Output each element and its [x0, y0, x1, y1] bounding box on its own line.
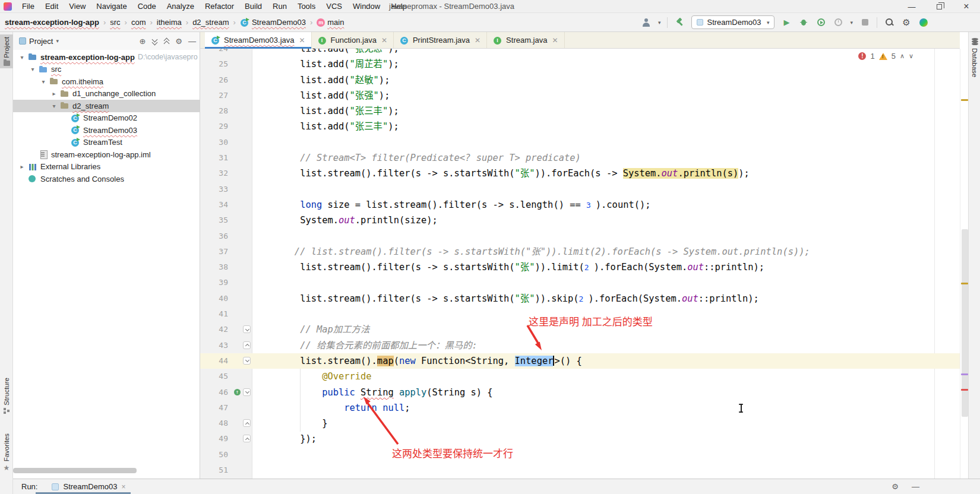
- user-dropdown-icon[interactable]: ▾: [658, 20, 661, 26]
- menu-tools[interactable]: Tools: [292, 1, 321, 12]
- expand-all-icon[interactable]: [151, 38, 157, 45]
- menu-vcs[interactable]: VCS: [321, 1, 347, 12]
- code-line-39[interactable]: 39: [200, 275, 960, 290]
- run-button[interactable]: ▶: [781, 17, 792, 28]
- tree-item-stream-exception-log-app[interactable]: ▾stream-exception-log-appD:\code\javasep…: [13, 51, 200, 64]
- tree-chevron-icon[interactable]: ▾: [51, 103, 57, 109]
- breadcrumb-item-src[interactable]: src: [110, 18, 120, 27]
- tool-button-project[interactable]: Project: [0, 34, 13, 68]
- code-line-46[interactable]: 46↑ public String apply(String s) {: [200, 385, 960, 400]
- tree-item-streamdemo03[interactable]: StreamDemo03: [13, 124, 200, 137]
- menu-code[interactable]: Code: [132, 1, 162, 12]
- panel-settings-gear-icon[interactable]: ⚙: [175, 37, 182, 46]
- collapse-all-icon[interactable]: [163, 38, 169, 45]
- ide-features-icon[interactable]: [918, 17, 929, 28]
- menu-file[interactable]: File: [17, 1, 40, 12]
- tree-item-external-libraries[interactable]: ▸External Libraries: [13, 161, 200, 173]
- stripe-mark[interactable]: [961, 283, 968, 284]
- menu-analyze[interactable]: Analyze: [162, 1, 200, 12]
- project-view-select[interactable]: Project ▾: [19, 37, 59, 46]
- user-icon[interactable]: [641, 17, 652, 28]
- tree-item-scratches-and-consoles[interactable]: Scratches and Consoles: [13, 173, 200, 185]
- code-line-45[interactable]: 45 @Override: [200, 369, 960, 384]
- fold-up-icon[interactable]: [243, 341, 251, 349]
- tree-item-d1-unchange-collection[interactable]: ▸d1_unchange_collection: [13, 88, 200, 100]
- debug-button[interactable]: [798, 17, 809, 28]
- tool-button-structure[interactable]: Structure: [0, 375, 13, 416]
- tree-item-streamdemo02[interactable]: StreamDemo02: [13, 112, 200, 125]
- hide-panel-icon[interactable]: —: [188, 37, 196, 46]
- tree-item-streamtest[interactable]: StreamTest: [13, 137, 200, 149]
- tab-function-java[interactable]: Function.java✕: [312, 32, 394, 48]
- minimize-icon[interactable]: —: [898, 0, 925, 13]
- build-hammer-icon[interactable]: [674, 17, 685, 28]
- profiler-button[interactable]: [833, 17, 843, 28]
- menu-navigate[interactable]: Navigate: [91, 1, 132, 12]
- breadcrumb-item-com[interactable]: com: [131, 18, 146, 27]
- code-line-48[interactable]: 48 }: [200, 416, 960, 431]
- code-line-35[interactable]: 35 System.out.println(size);: [200, 213, 960, 228]
- error-stripe[interactable]: [960, 49, 968, 479]
- code-line-31[interactable]: 31 // Stream<T> filter(Predicate<? super…: [200, 150, 960, 166]
- profiler-dropdown-icon[interactable]: ▾: [850, 20, 853, 26]
- locate-file-icon[interactable]: ⊕: [139, 37, 146, 46]
- breadcrumb-item-main[interactable]: mmain: [317, 18, 344, 27]
- tab-close-icon[interactable]: ✕: [552, 36, 558, 45]
- code-line-37[interactable]: 37 // list.stream().filter(s -> s.starts…: [200, 244, 960, 259]
- menu-refactor[interactable]: Refactor: [200, 1, 239, 12]
- code-line-25[interactable]: 25 list.add("周芷若");: [200, 56, 960, 72]
- tool-button-favorites[interactable]: Favorites ★: [0, 431, 13, 474]
- tree-chevron-icon[interactable]: ▸: [19, 163, 25, 170]
- code-line-51[interactable]: 51: [200, 463, 960, 478]
- menu-view[interactable]: View: [64, 1, 91, 12]
- tree-chevron-icon[interactable]: ▾: [30, 66, 36, 72]
- code-line-44[interactable]: 44 list.stream().map(new Function<String…: [200, 353, 960, 369]
- breadcrumb-item-d2_stream[interactable]: d2_stream: [192, 18, 229, 27]
- fold-down-icon[interactable]: [243, 357, 251, 365]
- tree-chevron-icon[interactable]: ▾: [19, 54, 25, 61]
- next-issue-icon[interactable]: ∨: [909, 52, 913, 60]
- fold-up-icon[interactable]: [243, 435, 251, 442]
- code-line-40[interactable]: 40 list.stream().filter(s -> s.startsWit…: [200, 291, 960, 306]
- settings-gear-icon[interactable]: ⚙: [901, 17, 912, 28]
- tree-item-stream-exception-log-app-iml[interactable]: stream-exception-log-app.iml: [13, 148, 200, 161]
- run-panel-hide-icon[interactable]: —: [912, 482, 919, 491]
- tab-streamdemo03-java[interactable]: StreamDemo03.java✕: [205, 32, 312, 48]
- code-line-43[interactable]: 43 // 给集合元素的前面都加上一个：黑马的:: [200, 338, 960, 353]
- breadcrumb-item-stream-exception-log-app[interactable]: stream-exception-log-app: [5, 18, 99, 27]
- code-line-24[interactable]: 24 list.add("张无忌");: [200, 49, 960, 56]
- overriding-method-icon[interactable]: ↑: [234, 389, 241, 395]
- tree-item-d2-stream[interactable]: ▾d2_stream: [13, 100, 200, 112]
- search-everywhere-icon[interactable]: [884, 17, 894, 28]
- run-tab-close-icon[interactable]: ×: [122, 483, 126, 491]
- run-configuration-select[interactable]: StreamDemo03 ▾: [691, 15, 774, 29]
- tree-item-src[interactable]: ▾src: [13, 64, 200, 76]
- code-line-33[interactable]: 33: [200, 182, 960, 197]
- code-viewport[interactable]: 24 list.add("张无忌");25 list.add("周芷若");26…: [200, 49, 960, 479]
- restore-icon[interactable]: [925, 0, 953, 13]
- tab-close-icon[interactable]: ✕: [299, 36, 305, 45]
- breadcrumb-item-streamdemo03[interactable]: StreamDemo03: [240, 18, 306, 27]
- code-line-36[interactable]: 36: [200, 229, 960, 244]
- code-line-34[interactable]: 34 long size = list.stream().filter(s ->…: [200, 197, 960, 213]
- fold-up-icon[interactable]: [243, 419, 251, 427]
- coverage-button[interactable]: [815, 17, 826, 28]
- menu-build[interactable]: Build: [239, 1, 267, 12]
- run-panel-gear-icon[interactable]: ⚙: [892, 482, 899, 491]
- code-line-26[interactable]: 26 list.add("赵敏");: [200, 72, 960, 88]
- menu-window[interactable]: Window: [347, 1, 385, 12]
- stripe-mark[interactable]: [961, 389, 968, 391]
- fold-down-icon[interactable]: [243, 325, 251, 333]
- code-line-27[interactable]: 27 list.add("张强");: [200, 88, 960, 103]
- code-line-38[interactable]: 38 list.stream().filter(s -> s.startsWit…: [200, 259, 960, 275]
- prev-issue-icon[interactable]: ∧: [900, 52, 905, 60]
- close-icon[interactable]: ×: [953, 0, 980, 13]
- tool-button-database[interactable]: Database: [969, 36, 980, 80]
- fold-down-icon[interactable]: [243, 388, 251, 396]
- tab-printstream-java[interactable]: PrintStream.java✕: [394, 32, 487, 48]
- code-line-30[interactable]: 30: [200, 135, 960, 150]
- tree-chevron-icon[interactable]: ▸: [51, 90, 57, 97]
- inspections-widget[interactable]: ! 1 5 ∧ ∨: [858, 52, 913, 61]
- stripe-mark[interactable]: [961, 99, 968, 101]
- tree-item-com-itheima[interactable]: ▾com.itheima: [13, 75, 200, 88]
